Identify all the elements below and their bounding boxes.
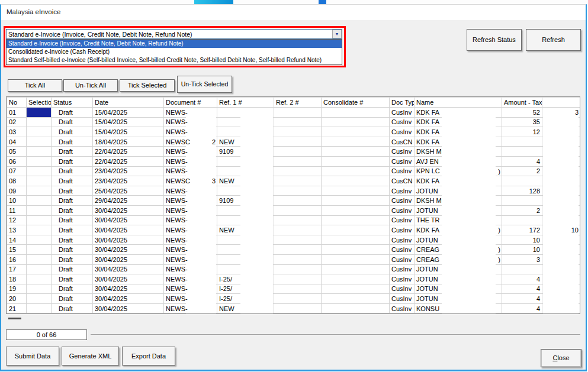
cell-date[interactable]: 30/04/2025 — [93, 274, 164, 284]
cell-date[interactable]: 22/04/2025 — [93, 156, 164, 166]
cell-ref2[interactable] — [274, 205, 322, 215]
cell-ref2[interactable] — [274, 284, 322, 294]
selection-cell[interactable] — [27, 108, 52, 118]
cell-status[interactable]: Draft — [52, 254, 93, 264]
cell-amount[interactable]: 4 — [502, 284, 542, 294]
cell-status[interactable]: Draft — [52, 176, 93, 186]
column-header[interactable]: Selection — [27, 98, 52, 108]
cell-amount[interactable]: 128 — [502, 186, 542, 196]
column-header[interactable]: Consolidate # — [322, 98, 390, 108]
cell-consolidate[interactable] — [322, 127, 390, 137]
cell-no[interactable]: 05 — [7, 147, 27, 157]
cell-consolidate[interactable] — [322, 186, 390, 196]
cell-no[interactable]: 03 — [7, 127, 27, 137]
cell-doctype[interactable]: CusInv — [390, 294, 415, 304]
cell-date[interactable]: 22/04/2025 — [93, 147, 164, 157]
cell-consolidate[interactable] — [322, 274, 390, 284]
cell-no[interactable]: 18 — [7, 274, 27, 284]
cell-ref2[interactable] — [274, 274, 322, 284]
cell-doctype[interactable]: CusInv — [390, 303, 415, 313]
cell-ref2[interactable] — [274, 108, 322, 118]
column-header[interactable]: Doc Type — [390, 98, 415, 108]
selection-cell[interactable] — [27, 235, 52, 245]
cell-date[interactable]: 23/04/2025 — [93, 176, 164, 186]
cell-doctype[interactable]: CusInv — [390, 108, 415, 118]
tick-selected-button[interactable]: Tick Selected — [120, 79, 175, 92]
cell-amount[interactable]: 3 — [502, 254, 542, 264]
cell-no[interactable]: 09 — [7, 186, 27, 196]
selection-cell[interactable] — [27, 205, 52, 215]
cell-no[interactable]: 11 — [7, 205, 27, 215]
submit-data-button[interactable]: Submit Data — [6, 347, 59, 365]
column-header[interactable]: Name — [415, 98, 502, 108]
tick-all-button[interactable]: Tick All — [8, 79, 62, 92]
cell-date[interactable]: 18/04/2025 — [93, 137, 164, 147]
close-button[interactable]: Close — [541, 349, 581, 367]
column-header[interactable]: Ref. 2 # — [274, 98, 322, 108]
cell-no[interactable]: 14 — [7, 235, 27, 245]
cell-doctype[interactable]: CusCN — [390, 176, 415, 186]
selection-cell[interactable] — [27, 117, 52, 127]
cell-status[interactable]: Draft — [52, 137, 93, 147]
cell-consolidate[interactable] — [322, 137, 390, 147]
cell-no[interactable]: 10 — [7, 196, 27, 206]
cell-date[interactable]: 30/04/2025 — [93, 225, 164, 235]
selection-cell[interactable] — [27, 215, 52, 225]
cell-consolidate[interactable] — [322, 108, 390, 118]
cell-no[interactable]: 15 — [7, 245, 27, 255]
cell-consolidate[interactable] — [322, 254, 390, 264]
column-header[interactable]: No — [7, 98, 27, 108]
cell-doctype[interactable]: CusInv — [390, 245, 415, 255]
cell-status[interactable]: Draft — [52, 166, 93, 176]
cell-date[interactable]: 30/04/2025 — [93, 245, 164, 255]
cell-status[interactable]: Draft — [52, 215, 93, 225]
cell-consolidate[interactable] — [322, 205, 390, 215]
cell-status[interactable]: Draft — [52, 235, 93, 245]
cell-ref2[interactable] — [274, 245, 322, 255]
cell-date[interactable]: 29/04/2025 — [93, 196, 164, 206]
cell-consolidate[interactable] — [322, 176, 390, 186]
selection-cell[interactable] — [27, 294, 52, 304]
selection-cell[interactable] — [27, 254, 52, 264]
column-header[interactable] — [542, 98, 580, 108]
cell-no[interactable]: 04 — [7, 137, 27, 147]
cell-consolidate[interactable] — [322, 117, 390, 127]
cell-consolidate[interactable] — [322, 284, 390, 294]
cell-date[interactable]: 23/04/2025 — [93, 166, 164, 176]
cell-amount[interactable] — [502, 137, 542, 147]
selection-cell[interactable] — [27, 186, 52, 196]
cell-ref2[interactable] — [274, 235, 322, 245]
column-header[interactable]: Status — [52, 98, 93, 108]
cell-no[interactable]: 20 — [7, 294, 27, 304]
untick-all-button[interactable]: Un-Tick All — [63, 79, 118, 92]
cell-doctype[interactable]: CusInv — [390, 117, 415, 127]
cell-no[interactable]: 08 — [7, 176, 27, 186]
cell-ref2[interactable] — [274, 215, 322, 225]
cell-consolidate[interactable] — [322, 303, 390, 313]
cell-consolidate[interactable] — [322, 245, 390, 255]
cell-status[interactable]: Draft — [52, 205, 93, 215]
cell-consolidate[interactable] — [322, 235, 390, 245]
cell-amount[interactable]: 4 — [502, 303, 542, 313]
cell-status[interactable]: Draft — [52, 186, 93, 196]
cell-doctype[interactable]: CusInv — [390, 127, 415, 137]
cell-status[interactable]: Draft — [52, 196, 93, 206]
cell-ref2[interactable] — [274, 303, 322, 313]
cell-amount[interactable]: 4 — [502, 294, 542, 304]
cell-amount[interactable] — [502, 215, 542, 225]
cell-ref2[interactable] — [274, 156, 322, 166]
cell-date[interactable]: 25/04/2025 — [93, 186, 164, 196]
cell-ref2[interactable] — [274, 186, 322, 196]
cell-no[interactable]: 07 — [7, 166, 27, 176]
cell-doctype[interactable]: CusInv — [390, 235, 415, 245]
cell-ref2[interactable] — [274, 225, 322, 235]
untick-selected-button[interactable]: Un-Tick Selected — [177, 76, 232, 93]
cell-date[interactable]: 30/04/2025 — [93, 254, 164, 264]
cell-date[interactable]: 30/04/2025 — [93, 215, 164, 225]
cell-doctype[interactable]: CusInv — [390, 274, 415, 284]
cell-ref2[interactable] — [274, 294, 322, 304]
cell-amount[interactable]: 2 — [502, 205, 542, 215]
cell-status[interactable]: Draft — [52, 264, 93, 274]
cell-doctype[interactable]: CusInv — [390, 264, 415, 274]
export-data-button[interactable]: Export Data — [122, 347, 175, 365]
